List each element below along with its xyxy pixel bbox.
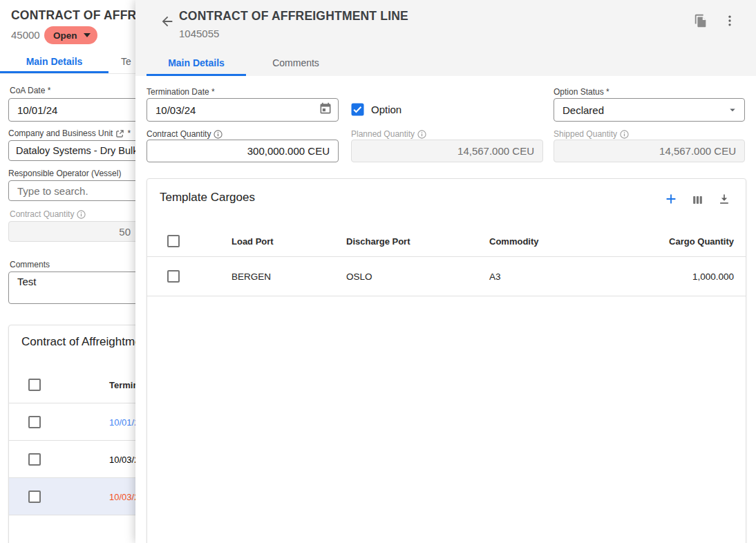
- bg-contract-quantity-input[interactable]: [8, 221, 140, 242]
- planned-quantity-input[interactable]: [351, 140, 543, 162]
- panel-tab-main-details[interactable]: Main Details: [147, 50, 246, 76]
- calendar-icon[interactable]: [319, 102, 332, 118]
- tab-main-details[interactable]: Main Details: [0, 50, 108, 73]
- contract-quantity-input[interactable]: [147, 140, 339, 162]
- select-all-checkbox[interactable]: [28, 379, 41, 391]
- coa-record-id: 45000: [11, 29, 40, 41]
- shipped-quantity-input[interactable]: [554, 140, 745, 162]
- panel-title: CONTRACT OF AFFREIGHTMENT LINE: [179, 9, 408, 23]
- comments-label: Comments: [10, 260, 50, 269]
- screen: CONTRACT OF AFFREIGHTMENT 45000 Open Mai…: [0, 0, 756, 543]
- responsible-operator-label: Responsible Operator (Vessel): [8, 169, 121, 178]
- row-checkbox[interactable]: [167, 270, 180, 283]
- add-cargo-button[interactable]: [663, 191, 679, 207]
- planned-quantity-label: Planned Quantity: [351, 129, 426, 139]
- cargo-discharge-port: OSLO: [346, 272, 372, 282]
- bg-contract-quantity-label: Contract Quantity: [10, 209, 86, 219]
- cargo-commodity: A3: [489, 272, 501, 282]
- tab-second[interactable]: Te: [121, 50, 131, 73]
- template-cargoes-card: Template Cargoes: [147, 178, 746, 543]
- cargo-load-port: BERGEN: [231, 272, 271, 282]
- coa-date-label: CoA Date *: [10, 86, 50, 95]
- panel-record-id: 1045055: [179, 28, 219, 39]
- chevron-down-icon: [84, 33, 91, 37]
- col-header-commodity: Commodity: [489, 236, 539, 246]
- info-icon: [417, 130, 426, 139]
- termination-date-label: Termination Date *: [147, 87, 215, 97]
- contract-quantity-label: Contract Quantity: [147, 129, 223, 139]
- back-button[interactable]: [158, 12, 176, 30]
- option-checkbox[interactable]: [351, 103, 364, 116]
- copy-button[interactable]: [691, 11, 710, 30]
- columns-button[interactable]: [689, 191, 706, 208]
- more-options-button[interactable]: [721, 11, 738, 30]
- arrow-left-icon: [160, 14, 175, 29]
- col-header-cargo-quantity: Cargo Quantity: [669, 236, 734, 246]
- option-checkbox-label[interactable]: Option: [371, 104, 401, 115]
- info-icon: [77, 210, 86, 219]
- select-all-checkbox[interactable]: [167, 235, 180, 247]
- col-header-load-port: Load Port: [231, 236, 274, 246]
- row-checkbox[interactable]: [28, 416, 41, 428]
- company-bu-label: Company and Business Unit *: [8, 128, 131, 138]
- kebab-menu-icon: [723, 13, 737, 28]
- download-icon: [717, 193, 731, 207]
- cargo-quantity: 1,000.000: [692, 272, 734, 282]
- termination-date-input[interactable]: [147, 98, 339, 122]
- columns-icon: [691, 193, 704, 207]
- option-status-value: Declared: [563, 104, 604, 116]
- row-checkbox[interactable]: [28, 453, 41, 466]
- required-mark: *: [127, 128, 131, 138]
- external-link-icon: [115, 129, 124, 138]
- copy-icon: [693, 13, 708, 28]
- panel-header: CONTRACT OF AFFREIGHTMENT LINE 1045055 M…: [135, 0, 756, 76]
- option-status-label: Option Status *: [554, 87, 609, 97]
- shipped-quantity-label: Shipped Quantity: [554, 129, 629, 139]
- coa-line-panel: CONTRACT OF AFFREIGHTMENT LINE 1045055 M…: [135, 0, 756, 543]
- panel-tab-comments[interactable]: Comments: [246, 50, 346, 76]
- plus-icon: [663, 191, 679, 207]
- row-checkbox[interactable]: [28, 490, 41, 503]
- download-button[interactable]: [716, 191, 733, 208]
- cargo-row[interactable]: BERGEN OSLO A3 1,000.000: [147, 257, 746, 296]
- status-badge-label: Open: [53, 30, 77, 41]
- template-cargoes-header-row: Load Port Discharge Port Commodity Cargo…: [147, 225, 746, 257]
- info-icon: [620, 130, 629, 139]
- info-icon: [214, 130, 223, 139]
- template-cargoes-title: Template Cargoes: [160, 191, 255, 204]
- col-header-discharge-port: Discharge Port: [346, 236, 410, 246]
- chevron-down-icon: [726, 104, 739, 116]
- option-status-select[interactable]: Declared: [554, 98, 745, 122]
- status-badge[interactable]: Open: [44, 26, 97, 44]
- panel-active-tab-indicator: [147, 74, 246, 76]
